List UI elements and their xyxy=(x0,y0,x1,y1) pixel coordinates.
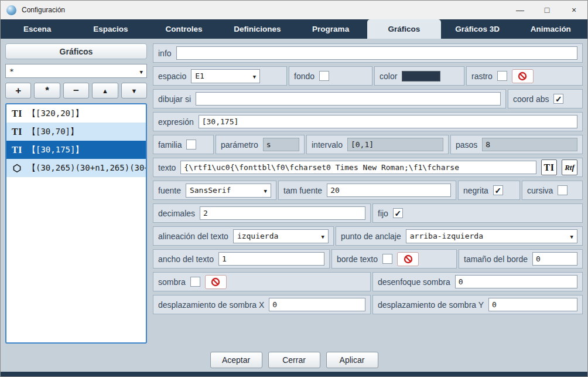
tamano-borde-label: tamaño del borde xyxy=(464,254,528,264)
polygon-icon xyxy=(11,164,23,173)
borde-texto-group: borde texto xyxy=(331,249,457,269)
list-item-selected[interactable]: 【[30,175]】 xyxy=(6,141,146,159)
pasos-label: pasos xyxy=(456,140,477,150)
fijo-checkbox[interactable]: ✓ xyxy=(393,208,403,218)
footer-strip xyxy=(1,372,587,376)
anclaje-value: arriba-izquierda xyxy=(410,232,483,240)
move-up-button[interactable]: ▲ xyxy=(92,83,118,99)
duplicate-button[interactable]: * xyxy=(34,83,60,99)
close-button[interactable]: × xyxy=(560,1,587,19)
remove-button[interactable]: − xyxy=(63,83,89,99)
main-content: Gráficos * + * − ▲ ▼ 【[320,20]】 【[30,70 xyxy=(1,39,587,348)
borde-texto-label: borde texto xyxy=(337,254,378,264)
borde-texto-checkbox[interactable] xyxy=(382,254,392,264)
aplicar-button[interactable]: Aplicar xyxy=(326,352,378,368)
tab-controles[interactable]: Controles xyxy=(148,19,221,39)
familia-checkbox[interactable] xyxy=(186,140,196,150)
espacio-select[interactable]: E1 xyxy=(191,69,260,83)
ancho-texto-label: ancho del texto xyxy=(158,254,214,264)
list-item[interactable]: 【[320,20]】 xyxy=(6,104,146,123)
tam-fuente-input[interactable] xyxy=(327,184,451,197)
tamano-borde-input[interactable] xyxy=(532,252,577,266)
texto-input[interactable] xyxy=(180,161,536,174)
rastro-checkbox[interactable] xyxy=(497,71,507,81)
cursiva-checkbox[interactable] xyxy=(558,185,568,195)
desenfoque-sombra-label: desenfoque sombra xyxy=(378,277,450,287)
fuente-label: fuente xyxy=(158,186,181,195)
expresion-group: expresión xyxy=(153,112,583,131)
parametro-input[interactable] xyxy=(263,138,299,151)
chevron-down-icon xyxy=(570,232,573,240)
intervalo-input[interactable] xyxy=(347,138,443,151)
alineacion-label: alineación del texto xyxy=(158,232,228,241)
pasos-input[interactable] xyxy=(482,138,577,151)
list-item-label: 【[30,70]】 xyxy=(28,127,78,137)
info-input[interactable] xyxy=(176,46,577,60)
add-button[interactable]: + xyxy=(5,83,31,99)
title-bar: Configuración — □ × xyxy=(1,1,587,19)
tab-escena[interactable]: Escena xyxy=(1,19,74,39)
sombra-checkbox[interactable] xyxy=(190,277,200,287)
tab-graficos-3d[interactable]: Gráficos 3D xyxy=(441,19,514,39)
text-icon xyxy=(544,163,555,172)
tab-graficos[interactable]: Gráficos xyxy=(367,19,440,39)
dibujar-si-group: dibujar si xyxy=(153,89,506,108)
decimales-label: decimales xyxy=(158,209,195,218)
list-item[interactable]: 【[30,70]】 xyxy=(6,123,146,141)
espacio-label: espacio xyxy=(158,72,186,81)
despl-sombra-x-input[interactable] xyxy=(269,298,365,311)
ancho-texto-input[interactable] xyxy=(218,252,324,266)
alineacion-select[interactable]: izquierda xyxy=(233,229,329,243)
familia-group: familia xyxy=(153,135,214,154)
rtf-editor-button[interactable] xyxy=(562,159,577,175)
sombra-label: sombra xyxy=(158,277,186,287)
fuente-select[interactable]: SansSerif xyxy=(186,184,271,198)
maximize-button[interactable]: □ xyxy=(534,1,560,19)
plain-text-button[interactable] xyxy=(541,159,557,175)
espacio-group: espacio E1 xyxy=(153,66,287,86)
cursiva-group: cursiva xyxy=(522,181,583,200)
despl-sombra-y-group: desplazamiento de sombra Y xyxy=(372,295,583,314)
texto-label: texto xyxy=(158,163,176,172)
desenfoque-sombra-input[interactable] xyxy=(455,275,577,288)
desenfoque-sombra-group: desenfoque sombra xyxy=(372,272,583,291)
decimales-input[interactable] xyxy=(200,206,365,220)
tab-espacios[interactable]: Espacios xyxy=(74,19,147,39)
despl-sombra-x-group: desplazamiento de sombra X xyxy=(153,295,371,314)
intervalo-group: intervalo xyxy=(306,135,449,154)
negrita-checkbox[interactable]: ✓ xyxy=(493,185,503,195)
text-icon xyxy=(11,109,23,118)
aceptar-button[interactable]: Aceptar xyxy=(210,352,262,368)
pasos-group: pasos xyxy=(450,135,583,154)
tab-programa[interactable]: Programa xyxy=(294,19,367,39)
despl-sombra-x-label: desplazamiento de sombra X xyxy=(158,300,264,310)
tab-definiciones[interactable]: Definiciones xyxy=(221,19,294,39)
rastro-forbid-button[interactable] xyxy=(512,69,534,83)
ancho-texto-group: ancho del texto xyxy=(153,249,330,269)
anclaje-select[interactable]: arriba-izquierda xyxy=(406,229,577,243)
minimize-button[interactable]: — xyxy=(507,1,534,19)
fuente-group: fuente SansSerif xyxy=(153,181,276,200)
alineacion-value: izquierda xyxy=(237,232,278,240)
fijo-label: fijo xyxy=(378,209,388,218)
expresion-label: expresión xyxy=(158,117,194,127)
alineacion-group: alineación del texto izquierda xyxy=(153,226,334,246)
expresion-input[interactable] xyxy=(199,115,577,128)
chevron-down-icon xyxy=(253,72,256,80)
dibujar-si-input[interactable] xyxy=(196,92,501,106)
coord-abs-checkbox[interactable]: ✓ xyxy=(553,94,563,104)
borde-forbid-button[interactable] xyxy=(397,252,419,266)
list-item[interactable]: 【(30,265)(30+n1,265)(30+n1 xyxy=(6,159,146,177)
texto-group: texto xyxy=(153,158,583,177)
fondo-checkbox[interactable] xyxy=(319,71,329,81)
list-item-label: 【[30,175]】 xyxy=(28,145,83,155)
list-item-label: 【(30,265)(30+n1,265)(30+n1 xyxy=(28,163,146,174)
filter-select[interactable]: * xyxy=(5,64,147,78)
tab-animacion[interactable]: Animación xyxy=(514,19,587,39)
despl-sombra-y-label: desplazamiento de sombra Y xyxy=(378,300,484,310)
sombra-forbid-button[interactable] xyxy=(205,275,227,289)
move-down-button[interactable]: ▼ xyxy=(121,83,147,99)
color-swatch[interactable] xyxy=(402,71,440,81)
cerrar-button[interactable]: Cerrar xyxy=(268,352,320,368)
despl-sombra-y-input[interactable] xyxy=(488,298,577,311)
